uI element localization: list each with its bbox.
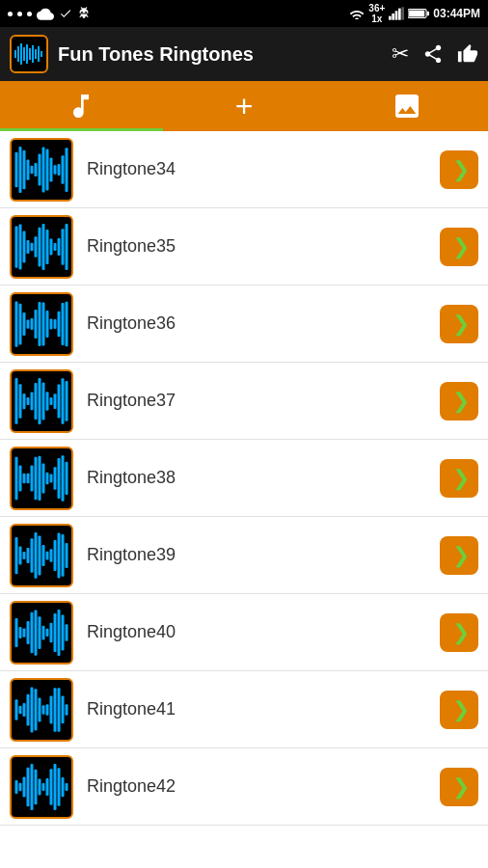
svg-rect-139 [50, 769, 53, 804]
svg-rect-133 [27, 767, 30, 805]
dot2 [17, 12, 22, 16]
play-button[interactable]: ❯ [440, 536, 478, 575]
list-item[interactable]: Ringtone39 ❯ [0, 517, 488, 594]
play-arrow-icon: ❯ [452, 545, 470, 566]
svg-rect-82 [46, 472, 49, 484]
svg-rect-86 [62, 455, 65, 502]
svg-rect-112 [54, 613, 57, 652]
svg-rect-38 [39, 227, 41, 266]
svg-rect-102 [15, 617, 18, 646]
svg-rect-87 [66, 461, 68, 494]
svg-rect-62 [23, 393, 26, 408]
svg-rect-46 [15, 301, 18, 346]
svg-rect-10 [20, 43, 22, 65]
svg-rect-56 [54, 318, 57, 328]
svg-rect-60 [15, 378, 18, 424]
svg-rect-135 [35, 769, 38, 804]
svg-rect-97 [50, 549, 53, 562]
list-item[interactable]: Ringtone35 ❯ [0, 208, 488, 285]
svg-rect-126 [54, 688, 57, 732]
list-item[interactable]: Ringtone36 ❯ [0, 285, 488, 363]
svg-rect-129 [66, 704, 68, 715]
svg-rect-111 [50, 622, 53, 642]
svg-rect-12 [26, 44, 28, 64]
svg-rect-14 [32, 45, 34, 63]
list-item[interactable]: Ringtone42 ❯ [0, 748, 488, 826]
play-button[interactable]: ❯ [440, 768, 478, 806]
waveform-thumb [10, 601, 73, 665]
svg-rect-117 [19, 705, 22, 714]
play-arrow-icon: ❯ [452, 313, 470, 335]
svg-rect-50 [31, 317, 34, 329]
play-button[interactable]: ❯ [440, 150, 478, 189]
play-button[interactable]: ❯ [440, 228, 478, 266]
svg-rect-72 [62, 378, 65, 424]
tab-music[interactable] [0, 81, 163, 131]
list-item[interactable]: Ringtone40 ❯ [0, 594, 488, 671]
svg-rect-92 [31, 538, 34, 573]
play-button[interactable]: ❯ [440, 691, 478, 729]
svg-rect-49 [27, 319, 30, 328]
tab-image[interactable] [325, 81, 488, 131]
tab-add[interactable]: + [163, 81, 326, 131]
share-icon[interactable] [422, 43, 444, 65]
play-button[interactable]: ❯ [440, 305, 478, 343]
list-item[interactable]: Ringtone38 ❯ [0, 440, 488, 517]
thumbsup-icon[interactable] [457, 43, 478, 65]
music-note-icon [66, 91, 96, 122]
svg-rect-91 [27, 547, 30, 562]
play-button[interactable]: ❯ [440, 613, 478, 652]
svg-rect-6 [427, 12, 429, 15]
list-item[interactable]: Ringtone41 ❯ [0, 671, 488, 748]
svg-rect-42 [54, 243, 57, 251]
svg-rect-39 [42, 224, 45, 270]
svg-rect-110 [46, 628, 49, 636]
svg-rect-124 [46, 704, 49, 716]
svg-rect-65 [35, 382, 38, 419]
svg-rect-142 [62, 776, 65, 796]
scissors-icon[interactable]: ✂ [392, 41, 409, 67]
ringtone-name: Ringtone38 [73, 468, 440, 488]
waveform-thumb [10, 755, 73, 819]
svg-rect-20 [23, 149, 26, 189]
svg-rect-19 [19, 147, 22, 193]
svg-rect-143 [66, 782, 68, 790]
waveform-thumb [10, 447, 73, 510]
svg-rect-41 [50, 238, 53, 255]
ringtone-name: Ringtone34 [73, 159, 440, 179]
svg-rect-21 [27, 159, 30, 179]
svg-rect-7 [409, 11, 424, 17]
svg-rect-59 [66, 301, 68, 346]
svg-rect-140 [54, 764, 57, 810]
svg-rect-104 [23, 628, 26, 637]
list-item[interactable]: Ringtone34 ❯ [0, 131, 488, 208]
svg-rect-22 [31, 165, 34, 173]
svg-rect-13 [29, 48, 31, 60]
ringtone-name: Ringtone37 [73, 391, 440, 411]
svg-rect-32 [15, 226, 18, 267]
svg-rect-35 [27, 240, 30, 254]
svg-rect-29 [58, 164, 61, 176]
svg-rect-63 [27, 397, 30, 405]
svg-rect-80 [39, 455, 41, 500]
svg-rect-34 [23, 231, 26, 262]
svg-rect-31 [66, 148, 68, 192]
svg-rect-57 [58, 311, 61, 336]
image-icon [392, 91, 422, 122]
play-button[interactable]: ❯ [440, 382, 478, 420]
ringtone-name: Ringtone41 [73, 699, 440, 719]
list-item[interactable]: Ringtone37 ❯ [0, 363, 488, 440]
svg-rect-85 [58, 457, 61, 498]
svg-rect-55 [50, 318, 53, 329]
play-button[interactable]: ❯ [440, 459, 478, 498]
svg-rect-122 [39, 697, 41, 721]
svg-rect-137 [42, 783, 45, 791]
svg-rect-66 [39, 378, 41, 424]
app-bar-actions: ✂ [392, 41, 478, 67]
svg-rect-68 [46, 392, 49, 410]
svg-rect-61 [19, 384, 22, 419]
play-arrow-icon: ❯ [452, 622, 470, 643]
svg-rect-95 [42, 544, 45, 565]
svg-rect-76 [23, 473, 26, 483]
play-arrow-icon: ❯ [452, 236, 470, 258]
